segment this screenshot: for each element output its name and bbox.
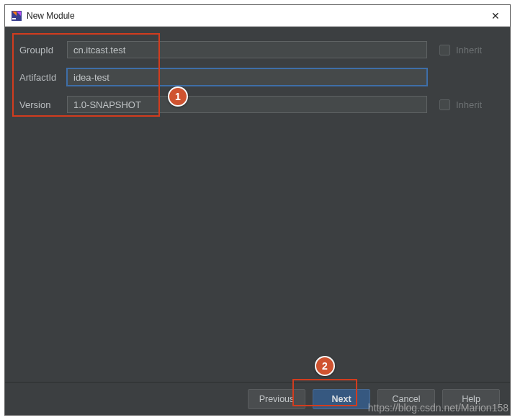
version-inherit[interactable]: Inherit: [439, 99, 497, 110]
intellij-icon: [11, 10, 22, 22]
groupid-row: GroupId Inherit: [18, 40, 497, 59]
close-icon[interactable]: ✕: [487, 9, 504, 23]
version-input[interactable]: [67, 96, 427, 113]
window-title: New Module: [27, 11, 487, 21]
titlebar: New Module ✕: [5, 5, 510, 27]
cancel-button[interactable]: Cancel: [377, 389, 435, 409]
inherit-label: Inherit: [456, 45, 482, 55]
artifactid-input[interactable]: [67, 68, 427, 86]
artifactid-label: ArtifactId: [18, 72, 67, 83]
svg-rect-1: [12, 18, 16, 19]
next-button[interactable]: Next: [313, 389, 370, 409]
checkbox-icon[interactable]: [439, 99, 450, 110]
help-button[interactable]: Help: [442, 389, 500, 409]
new-module-dialog: New Module ✕ GroupId Inherit ArtifactId: [4, 4, 511, 416]
artifactid-row: ArtifactId: [18, 68, 497, 86]
groupid-inherit[interactable]: Inherit: [439, 45, 497, 55]
groupid-label: GroupId: [18, 45, 67, 55]
dialog-content: GroupId Inherit ArtifactId Version: [5, 27, 510, 382]
button-bar: Previous Next Cancel Help: [5, 382, 510, 415]
previous-button[interactable]: Previous: [248, 389, 305, 409]
inherit-label: Inherit: [456, 99, 482, 110]
checkbox-icon[interactable]: [439, 45, 450, 55]
version-label: Version: [18, 99, 67, 110]
version-row: Version Inherit: [18, 95, 497, 114]
groupid-input[interactable]: [67, 41, 427, 58]
